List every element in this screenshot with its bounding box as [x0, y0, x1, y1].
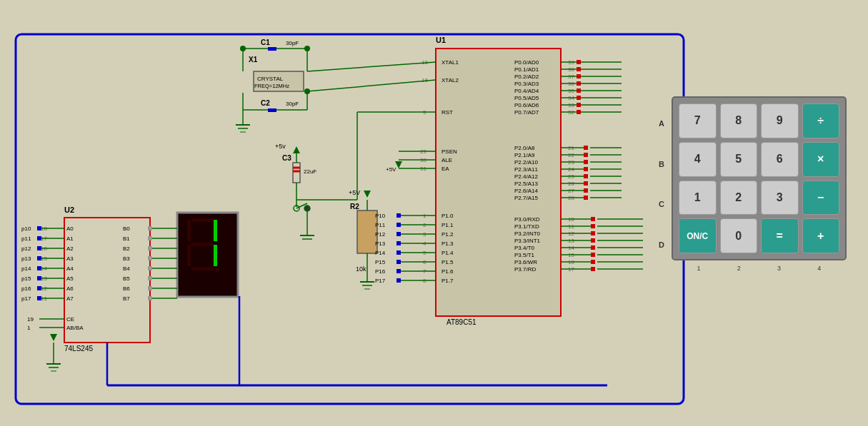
svg-text:5: 5 [423, 250, 426, 256]
svg-text:p11: p11 [21, 235, 31, 242]
svg-text:27: 27 [568, 188, 574, 194]
row-label-c: C [659, 200, 664, 208]
svg-rect-85 [148, 276, 152, 280]
svg-rect-206 [584, 196, 588, 200]
svg-rect-50 [37, 226, 41, 230]
svg-text:12: 12 [41, 285, 47, 292]
svg-text:P3.6/WR: P3.6/WR [514, 259, 537, 265]
key-2[interactable]: 2 [720, 181, 758, 215]
svg-rect-51 [37, 236, 41, 240]
svg-rect-296 [396, 232, 401, 236]
svg-text:3: 3 [423, 231, 426, 238]
svg-text:9: 9 [423, 109, 426, 116]
svg-marker-277 [364, 191, 371, 198]
svg-text:B4: B4 [123, 265, 130, 272]
key-3[interactable]: 3 [761, 181, 799, 215]
svg-rect-69 [187, 245, 191, 266]
row-label-a: A [659, 119, 664, 128]
svg-rect-208 [591, 224, 595, 228]
key-8[interactable]: 8 [720, 103, 758, 138]
svg-text:P2.4/A12: P2.4/A12 [514, 173, 538, 180]
svg-text:19: 19 [27, 316, 34, 323]
svg-text:16: 16 [568, 259, 574, 265]
svg-text:p12: p12 [21, 245, 31, 252]
key-4[interactable]: 4 [679, 142, 717, 177]
svg-text:6: 6 [423, 259, 426, 265]
svg-text:P2.1/A9: P2.1/A9 [514, 152, 535, 158]
svg-text:36: 36 [568, 81, 574, 87]
svg-text:P11: P11 [375, 222, 386, 228]
svg-text:17: 17 [41, 235, 47, 242]
svg-text:P1.7: P1.7 [442, 278, 454, 284]
key-equals[interactable]: = [761, 218, 799, 253]
svg-text:26: 26 [568, 181, 574, 187]
svg-rect-207 [591, 217, 595, 221]
svg-rect-84 [148, 266, 152, 270]
svg-rect-298 [396, 250, 401, 255]
svg-text:A2: A2 [66, 245, 74, 252]
svg-rect-200 [584, 153, 588, 157]
svg-text:30: 30 [420, 157, 426, 163]
svg-text:B0: B0 [123, 225, 130, 232]
svg-text:EA: EA [442, 166, 449, 172]
svg-text:A0: A0 [66, 225, 74, 232]
svg-text:19: 19 [421, 59, 428, 66]
svg-text:P1.2: P1.2 [442, 231, 454, 238]
svg-text:8: 8 [423, 278, 426, 284]
key-5[interactable]: 5 [720, 142, 758, 177]
svg-rect-202 [584, 167, 588, 171]
svg-rect-209 [591, 231, 595, 235]
svg-rect-67 [191, 243, 213, 246]
svg-text:p14: p14 [21, 265, 31, 272]
svg-text:P1.4: P1.4 [442, 250, 454, 256]
key-1[interactable]: 1 [679, 181, 717, 215]
svg-text:P1.3: P1.3 [442, 240, 454, 247]
svg-text:P0.1/AD1: P0.1/AD1 [514, 66, 539, 73]
svg-rect-53 [37, 256, 41, 260]
svg-text:P0.7/AD7: P0.7/AD7 [514, 109, 539, 116]
svg-rect-248 [293, 163, 300, 183]
svg-line-259 [296, 203, 307, 208]
svg-text:30pF: 30pF [286, 101, 299, 107]
row-label-b: B [659, 160, 664, 168]
svg-text:+5V: +5V [386, 166, 396, 173]
svg-text:74LS245: 74LS245 [64, 345, 93, 353]
svg-text:B3: B3 [123, 255, 130, 262]
svg-text:RST: RST [442, 109, 453, 116]
key-on-c[interactable]: ON/C [679, 218, 717, 253]
svg-text:P2.3/A11: P2.3/A11 [514, 166, 538, 173]
key-0[interactable]: 0 [720, 218, 758, 253]
svg-rect-196 [577, 96, 581, 100]
svg-rect-301 [396, 278, 401, 283]
svg-rect-198 [577, 110, 581, 114]
svg-rect-195 [577, 88, 581, 93]
col-label-3: 3 [777, 265, 781, 272]
svg-text:A5: A5 [66, 275, 74, 282]
svg-text:P3.1/TXD: P3.1/TXD [514, 223, 539, 230]
svg-rect-80 [148, 226, 152, 230]
key-divide[interactable]: ÷ [802, 103, 840, 138]
col-label-4: 4 [817, 265, 821, 272]
svg-text:P0.4/AD4: P0.4/AD4 [514, 88, 539, 94]
svg-rect-68 [187, 220, 191, 241]
key-6[interactable]: 6 [761, 142, 799, 177]
svg-rect-63 [177, 213, 238, 297]
svg-text:P1.1: P1.1 [442, 222, 454, 228]
svg-text:P3.3/INT1: P3.3/INT1 [514, 238, 541, 244]
key-plus[interactable]: + [802, 218, 840, 253]
key-7[interactable]: 7 [679, 103, 717, 138]
svg-text:P10: P10 [375, 213, 386, 219]
svg-text:P3.2/INT0: P3.2/INT0 [514, 230, 541, 237]
svg-rect-83 [148, 256, 152, 260]
svg-text:p10: p10 [21, 225, 31, 232]
svg-text:A7: A7 [66, 295, 74, 302]
svg-text:P16: P16 [375, 268, 386, 275]
key-minus[interactable]: − [802, 181, 840, 215]
svg-text:14: 14 [568, 245, 574, 251]
svg-text:p13: p13 [21, 255, 31, 262]
key-9[interactable]: 9 [761, 103, 799, 138]
svg-point-303 [304, 46, 310, 51]
svg-rect-210 [591, 238, 595, 243]
key-multiply[interactable]: × [802, 142, 840, 177]
svg-rect-88 [436, 49, 561, 316]
